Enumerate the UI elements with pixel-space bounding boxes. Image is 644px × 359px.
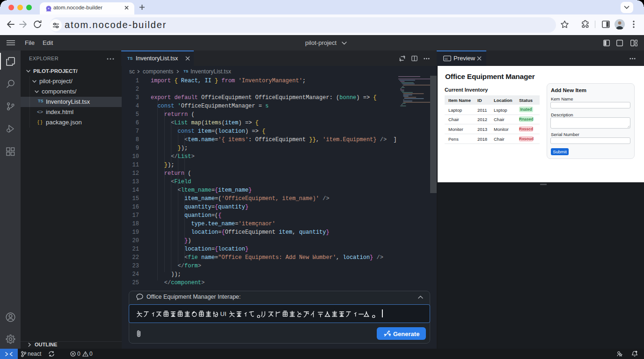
svg-text:cc: cc: [445, 57, 448, 60]
svg-text:UI: UI: [220, 310, 227, 317]
